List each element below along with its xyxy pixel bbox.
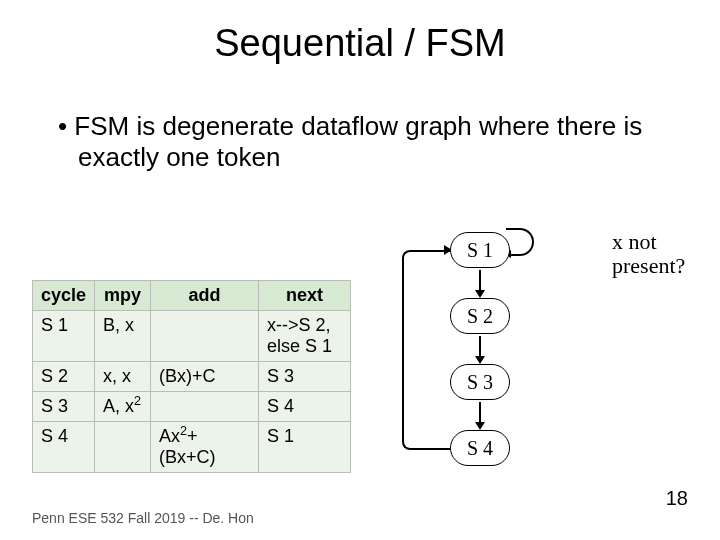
fsm-table: cycle mpy add next S 1 B, x x-->S 2, els… xyxy=(32,280,351,473)
cell-add xyxy=(151,392,259,422)
table-row: S 2 x, x (Bx)+C S 3 xyxy=(33,362,351,392)
footer-text: Penn ESE 532 Fall 2019 -- De. Hon xyxy=(32,510,254,526)
bullet-point: FSM is degenerate dataflow graph where t… xyxy=(20,65,720,173)
cell-next: S 4 xyxy=(259,392,351,422)
cell-next: S 3 xyxy=(259,362,351,392)
page-number: 18 xyxy=(666,487,688,510)
cell-mpy: B, x xyxy=(95,311,151,362)
edge-s3-to-s4 xyxy=(479,402,481,428)
cell-mpy: x, x xyxy=(95,362,151,392)
header-mpy: mpy xyxy=(95,281,151,311)
table-row: S 1 B, x x-->S 2, else S 1 xyxy=(33,311,351,362)
cell-cycle: S 1 xyxy=(33,311,95,362)
cell-mpy: A, x2 xyxy=(95,392,151,422)
table-row: S 3 A, x2 S 4 xyxy=(33,392,351,422)
cell-mpy xyxy=(95,422,151,473)
self-loop-annotation: x not present? xyxy=(612,230,702,278)
cell-cycle: S 4 xyxy=(33,422,95,473)
slide-title: Sequential / FSM xyxy=(0,0,720,65)
cell-next: x-->S 2, else S 1 xyxy=(259,311,351,362)
cell-add: (Bx)+C xyxy=(151,362,259,392)
fsm-diagram: S 1 S 2 S 3 S 4 xyxy=(406,232,556,472)
cell-add: Ax2+(Bx+C) xyxy=(151,422,259,473)
edge-s1-to-s2 xyxy=(479,270,481,296)
edge-s2-to-s3 xyxy=(479,336,481,362)
edge-s4-to-s1 xyxy=(402,250,450,450)
state-node-s4: S 4 xyxy=(450,430,510,466)
state-node-s3: S 3 xyxy=(450,364,510,400)
header-next: next xyxy=(259,281,351,311)
cell-cycle: S 2 xyxy=(33,362,95,392)
cell-next: S 1 xyxy=(259,422,351,473)
state-node-s1: S 1 xyxy=(450,232,510,268)
table-row: S 4 Ax2+(Bx+C) S 1 xyxy=(33,422,351,473)
header-add: add xyxy=(151,281,259,311)
header-cycle: cycle xyxy=(33,281,95,311)
table-header-row: cycle mpy add next xyxy=(33,281,351,311)
cell-add xyxy=(151,311,259,362)
cell-cycle: S 3 xyxy=(33,392,95,422)
state-node-s2: S 2 xyxy=(450,298,510,334)
